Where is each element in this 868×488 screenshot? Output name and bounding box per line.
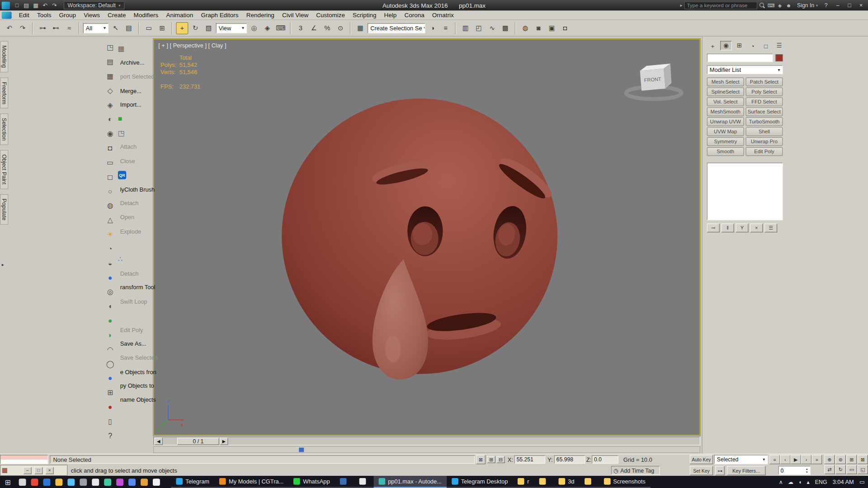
dots-tool-icon[interactable]: ∴ — [118, 252, 153, 266]
perspective-viewport[interactable]: FRONT z x y [ + ] [ Perspective ] [ Clay… — [153, 39, 700, 436]
tool-icon[interactable]: ? — [104, 428, 117, 443]
reference-coordinate-dropdown[interactable]: View — [216, 23, 247, 33]
taskbar-whatsapp[interactable]: WhatsApp — [288, 476, 335, 488]
pinned-app-icon[interactable] — [116, 479, 123, 486]
tool-icon[interactable]: ▦ — [118, 42, 153, 56]
select-object-icon[interactable]: ↖ — [109, 22, 122, 34]
menu-item[interactable]: Graph Editors — [197, 12, 242, 19]
tool-icon[interactable]: ◗ — [104, 328, 117, 342]
rendered-frame-window-icon[interactable]: ▣ — [546, 22, 558, 34]
menu-item[interactable]: Modifiers — [130, 12, 162, 19]
restore-button[interactable]: □ — [844, 1, 855, 10]
tool-icon[interactable]: ◘ — [104, 141, 117, 155]
track-bar-marker[interactable] — [299, 448, 304, 452]
tool-icon[interactable]: ◻ — [104, 169, 117, 184]
tool-icon[interactable]: ● — [104, 313, 117, 328]
go-to-start-button[interactable]: « — [769, 455, 780, 465]
zoom-extents-button[interactable]: ⊞ — [846, 455, 857, 465]
rename-objects-item[interactable]: name Objects — [118, 393, 153, 407]
modifier-button[interactable]: Symmetry — [707, 137, 744, 146]
schematic-view-icon[interactable]: ▩ — [499, 22, 511, 34]
menu-item[interactable]: Animation — [162, 12, 197, 19]
taskbar-folder[interactable] — [579, 476, 599, 488]
menu-row[interactable] — [118, 238, 153, 252]
modifier-stack[interactable] — [707, 163, 783, 220]
modifier-button[interactable]: Vol. Select — [707, 98, 744, 107]
tool-icon[interactable]: ◖ — [104, 299, 117, 313]
minimize-button[interactable]: – — [832, 1, 844, 10]
close-button[interactable]: × — [855, 1, 867, 10]
tab-motion[interactable]: ◔ — [747, 41, 759, 51]
remove-modifier-button[interactable]: × — [750, 224, 763, 233]
language-indicator[interactable]: ENG — [815, 479, 827, 485]
import-item[interactable]: Import... — [118, 98, 153, 112]
modifier-button[interactable]: SplineSelect — [707, 87, 744, 96]
search-icon[interactable] — [759, 2, 765, 8]
menu-item[interactable]: Tools — [33, 12, 55, 19]
taskbar-browser[interactable]: My Models | CGTra... — [214, 476, 288, 488]
rectangular-selection-region-icon[interactable]: ▭ — [143, 22, 155, 34]
notification-center-icon[interactable]: ▭ — [859, 479, 865, 485]
ribbon-expand-icon[interactable]: ▸ — [2, 262, 4, 267]
app-logo-icon[interactable] — [2, 1, 10, 9]
modifier-button[interactable]: Edit Poly — [745, 147, 783, 156]
tool-icon[interactable]: ◳ — [104, 40, 117, 54]
tool-icon[interactable]: ☀ — [104, 227, 117, 241]
tool-icon[interactable]: ▤ — [104, 54, 117, 69]
archive-item[interactable]: Archive... — [118, 56, 153, 70]
modifier-button[interactable]: Mesh Select — [707, 77, 744, 86]
minimized-floater-window[interactable]: – □ × — [0, 465, 67, 476]
pinned-app-icon[interactable] — [19, 479, 26, 486]
ribbon-tab[interactable]: Modeling — [0, 41, 8, 72]
previous-frame-arrow[interactable]: ◀ — [155, 437, 163, 445]
modifier-button[interactable]: MeshSmooth — [707, 108, 744, 117]
transform-tool-item[interactable]: ransform Tool — [118, 280, 153, 294]
pinned-app-icon[interactable] — [31, 479, 38, 486]
tool-icon[interactable]: ⊞ — [104, 385, 117, 399]
tool-icon[interactable]: ◍ — [104, 198, 117, 212]
menu-item[interactable]: Help — [380, 12, 401, 19]
select-by-name-icon[interactable]: ▤ — [123, 22, 135, 34]
volume-icon[interactable]: ◖ — [798, 479, 802, 485]
tool-icon[interactable]: ◔ — [104, 241, 117, 256]
x-coordinate-field[interactable] — [514, 455, 546, 464]
orbit-button[interactable]: ↻ — [835, 465, 846, 474]
pinned-app-icon[interactable] — [153, 479, 160, 486]
menu-item[interactable]: Edit — [15, 12, 33, 19]
tab-hierarchy[interactable]: ⊞ — [733, 41, 745, 51]
select-and-link-icon[interactable]: ⊶ — [37, 22, 49, 34]
redo-icon[interactable]: ↷ — [17, 22, 29, 34]
menu-item[interactable]: Rendering — [242, 12, 278, 19]
clone-objects-from-item[interactable]: e Objects fron — [118, 365, 153, 379]
tool-icon[interactable]: ◎ — [104, 284, 117, 299]
pinned-app-icon[interactable] — [80, 479, 87, 486]
search-expand-icon[interactable]: ▸ — [680, 3, 683, 8]
tool-icon[interactable]: ▭ — [104, 155, 117, 169]
menu-item[interactable]: Views — [80, 12, 104, 19]
taskbar-folder-r[interactable]: r — [513, 476, 534, 488]
tool-icon[interactable]: ▦ — [104, 69, 117, 83]
play-button[interactable]: ▶ — [791, 455, 801, 465]
modifier-button[interactable]: UVW Map — [707, 127, 744, 136]
mirror-icon[interactable]: ◑ — [426, 22, 439, 34]
key-mode-dropdown[interactable]: Selected — [714, 455, 768, 465]
go-to-end-button[interactable]: » — [811, 455, 822, 465]
polycloth-qr-icon[interactable]: QR — [118, 168, 153, 182]
floater-restore-button[interactable]: □ — [34, 467, 42, 474]
tool-icon[interactable]: ◇ — [104, 83, 117, 98]
lock-selection-toggle[interactable]: ⊠ — [476, 455, 486, 465]
undo-icon[interactable]: ↶ — [40, 1, 50, 10]
user-icon[interactable]: ☻ — [784, 1, 793, 9]
modifier-button[interactable]: FFD Select — [745, 98, 783, 107]
floater-close-button[interactable]: × — [45, 467, 53, 474]
tool-icon[interactable]: ▯ — [104, 414, 117, 428]
modifier-button[interactable]: Shell — [745, 127, 783, 136]
window-crossing-icon[interactable]: ⊞ — [156, 22, 168, 34]
save-file-icon[interactable]: ▦ — [31, 1, 41, 10]
tab-create[interactable]: + — [707, 41, 719, 51]
pinned-app-icon[interactable] — [104, 479, 111, 486]
taskbar-telegram[interactable]: Telegram — [171, 476, 214, 488]
taskbar-app[interactable] — [335, 476, 354, 488]
taskbar-folder-screenshots[interactable]: Screenshots — [599, 476, 650, 488]
tool-icon[interactable]: ● — [104, 371, 117, 385]
